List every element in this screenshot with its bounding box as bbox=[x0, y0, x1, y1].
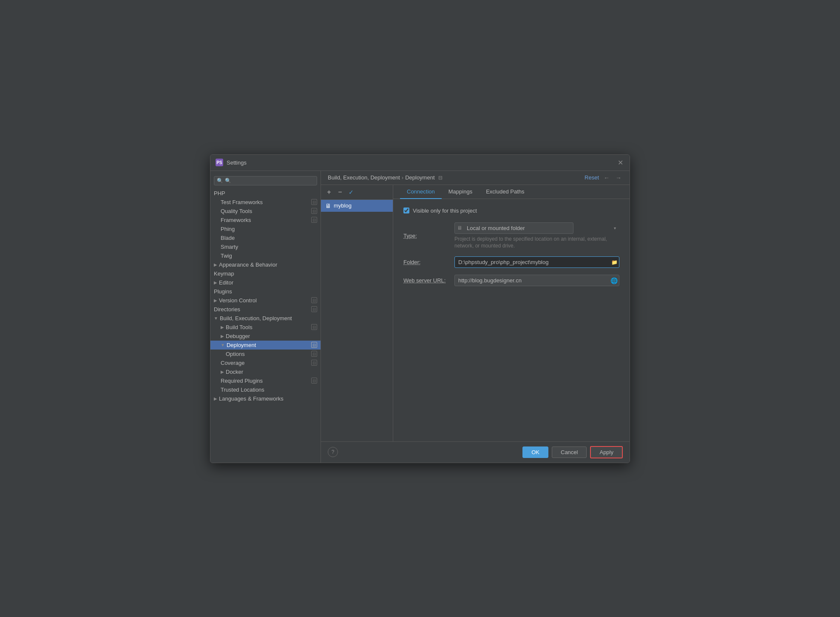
tab-excluded-paths[interactable]: Excluded Paths bbox=[479, 185, 531, 199]
visible-only-checkbox[interactable] bbox=[403, 208, 409, 213]
ext-icon: ⊟ bbox=[311, 306, 317, 312]
chevron-right-icon: ▶ bbox=[214, 298, 217, 303]
cancel-button[interactable]: Cancel bbox=[552, 446, 587, 458]
close-button[interactable]: ✕ bbox=[616, 158, 624, 167]
remove-server-button[interactable]: − bbox=[335, 188, 345, 197]
folder-browse-button[interactable]: 📁 bbox=[611, 259, 618, 265]
sidebar-item-languages-frameworks[interactable]: ▶ Languages & Frameworks bbox=[210, 394, 321, 403]
ext-icon: ⊟ bbox=[311, 351, 317, 357]
sidebar-item-version-control[interactable]: ▶ Version Control ⊟ bbox=[210, 296, 321, 305]
chevron-right-icon: ▶ bbox=[214, 262, 217, 267]
type-select[interactable]: Local or mounted folder FTP SFTP FTPS bbox=[454, 222, 573, 234]
sidebar-item-twig[interactable]: Twig bbox=[210, 251, 321, 260]
chevron-right-icon: ▶ bbox=[214, 396, 217, 401]
sidebar-item-blade[interactable]: Blade bbox=[210, 233, 321, 242]
sidebar-item-trusted-locations[interactable]: Trusted Locations bbox=[210, 385, 321, 394]
check-button[interactable]: ✓ bbox=[346, 188, 356, 197]
breadcrumb: Build, Execution, Deployment › Deploymen… bbox=[321, 171, 630, 185]
sidebar-item-appearance-behavior[interactable]: ▶ Appearance & Behavior bbox=[210, 260, 321, 269]
tab-connection[interactable]: Connection bbox=[400, 185, 442, 199]
ext-icon: ⊟ bbox=[311, 208, 317, 214]
reset-button[interactable]: Reset bbox=[585, 174, 599, 181]
type-helper-text: Project is deployed to the specified loc… bbox=[454, 236, 619, 250]
bottom-bar: ? OK Cancel Apply bbox=[321, 441, 630, 463]
ok-button[interactable]: OK bbox=[522, 446, 548, 458]
sidebar-item-build-execution-deployment[interactable]: ▼ Build, Execution, Deployment bbox=[210, 314, 321, 323]
chevron-down-icon: ▼ bbox=[214, 316, 218, 321]
server-icon: 🖥 bbox=[325, 202, 331, 209]
search-input[interactable] bbox=[225, 178, 314, 184]
sidebar-item-plugins[interactable]: Plugins bbox=[210, 287, 321, 296]
sidebar-item-test-frameworks[interactable]: Test Frameworks ⊟ bbox=[210, 198, 321, 207]
ext-icon: ⊟ bbox=[311, 342, 317, 348]
ext-icon: ⊟ bbox=[311, 324, 317, 330]
sidebar-item-directories[interactable]: Directories ⊟ bbox=[210, 305, 321, 314]
folder-label: Folder: bbox=[403, 259, 454, 265]
back-button[interactable]: ← bbox=[602, 174, 611, 181]
help-button[interactable]: ? bbox=[328, 447, 338, 457]
sidebar-item-build-tools[interactable]: ▶ Build Tools ⊟ bbox=[210, 323, 321, 332]
sidebar: 🔍 PHP Test Frameworks ⊟ Quality Tools ⊟ … bbox=[210, 171, 321, 463]
chevron-right-icon: ▶ bbox=[221, 370, 224, 374]
sidebar-item-debugger[interactable]: ▶ Debugger bbox=[210, 332, 321, 341]
folder-row: Folder: 📁 bbox=[403, 256, 619, 268]
chevron-right-icon: ▶ bbox=[214, 280, 217, 285]
server-list: + − ✓ 🖥 myblog bbox=[321, 185, 393, 441]
title-bar: PS Settings ✕ bbox=[210, 155, 630, 171]
type-dropdown-wrapper: 🖥 Local or mounted folder FTP SFTP FTPS … bbox=[454, 222, 619, 234]
breadcrumb-separator: › bbox=[402, 174, 403, 181]
sidebar-item-frameworks[interactable]: Frameworks ⊟ bbox=[210, 216, 321, 225]
type-row: Type: 🖥 Local or mounted folder FTP SFTP… bbox=[403, 222, 619, 250]
visible-only-row: Visible only for this project bbox=[403, 208, 619, 214]
breadcrumb-right: Reset ← → bbox=[585, 174, 623, 181]
folder-input[interactable] bbox=[454, 256, 619, 268]
dialog-title: Settings bbox=[227, 159, 616, 166]
web-server-url-input[interactable] bbox=[454, 275, 619, 286]
sidebar-item-deployment[interactable]: ▼ Deployment ⊟ bbox=[210, 341, 321, 350]
config-content: Visible only for this project Type: 🖥 Lo… bbox=[393, 199, 630, 441]
breadcrumb-parent: Build, Execution, Deployment bbox=[328, 174, 400, 181]
sidebar-item-docker[interactable]: ▶ Docker bbox=[210, 367, 321, 376]
web-icon-button[interactable]: 🌐 bbox=[610, 277, 618, 284]
server-entry-myblog[interactable]: 🖥 myblog bbox=[321, 200, 393, 212]
save-icon[interactable]: ⊟ bbox=[438, 175, 443, 181]
chevron-right-icon: ▶ bbox=[221, 334, 224, 338]
web-server-url-label: Web server URL: bbox=[403, 277, 454, 284]
ext-icon: ⊟ bbox=[311, 217, 317, 223]
ext-icon: ⊟ bbox=[311, 297, 317, 303]
server-toolbar: + − ✓ bbox=[321, 185, 393, 200]
main-content: 🔍 PHP Test Frameworks ⊟ Quality Tools ⊟ … bbox=[210, 171, 630, 463]
sidebar-item-php[interactable]: PHP bbox=[210, 189, 321, 198]
chevron-down-icon: ▼ bbox=[221, 343, 225, 347]
config-area: Connection Mappings Excluded Paths Visib… bbox=[393, 185, 630, 441]
tabs-bar: Connection Mappings Excluded Paths bbox=[393, 185, 630, 199]
chevron-down-icon: ▾ bbox=[614, 226, 616, 230]
settings-dialog: PS Settings ✕ 🔍 PHP Test Frameworks ⊟ Qu… bbox=[210, 154, 630, 463]
search-box[interactable]: 🔍 bbox=[214, 176, 317, 185]
search-icon: 🔍 bbox=[217, 178, 223, 184]
ext-icon: ⊟ bbox=[311, 378, 317, 384]
ext-icon: ⊟ bbox=[311, 199, 317, 205]
breadcrumb-current: Deployment bbox=[405, 174, 434, 181]
sidebar-item-phing[interactable]: Phing bbox=[210, 225, 321, 233]
apply-button[interactable]: Apply bbox=[590, 446, 623, 458]
deployment-panel: + − ✓ 🖥 myblog Connection Mappings bbox=[321, 185, 630, 441]
app-icon: PS bbox=[216, 159, 223, 166]
sidebar-item-options[interactable]: Options ⊟ bbox=[210, 350, 321, 358]
type-label: Type: bbox=[403, 233, 454, 239]
folder-input-wrapper: 📁 bbox=[454, 256, 619, 268]
right-panel: Build, Execution, Deployment › Deploymen… bbox=[321, 171, 630, 463]
tab-mappings[interactable]: Mappings bbox=[442, 185, 479, 199]
type-control: 🖥 Local or mounted folder FTP SFTP FTPS … bbox=[454, 222, 619, 250]
chevron-right-icon: ▶ bbox=[221, 325, 224, 330]
sidebar-item-editor[interactable]: ▶ Editor bbox=[210, 278, 321, 287]
sidebar-item-keymap[interactable]: Keymap bbox=[210, 269, 321, 278]
sidebar-item-required-plugins[interactable]: Required Plugins ⊟ bbox=[210, 376, 321, 385]
sidebar-item-quality-tools[interactable]: Quality Tools ⊟ bbox=[210, 207, 321, 216]
ext-icon: ⊟ bbox=[311, 360, 317, 366]
sidebar-item-coverage[interactable]: Coverage ⊟ bbox=[210, 358, 321, 367]
web-server-url-row: Web server URL: 🌐 bbox=[403, 275, 619, 286]
sidebar-item-smarty[interactable]: Smarty bbox=[210, 242, 321, 251]
add-server-button[interactable]: + bbox=[324, 188, 334, 197]
forward-button[interactable]: → bbox=[614, 174, 623, 181]
